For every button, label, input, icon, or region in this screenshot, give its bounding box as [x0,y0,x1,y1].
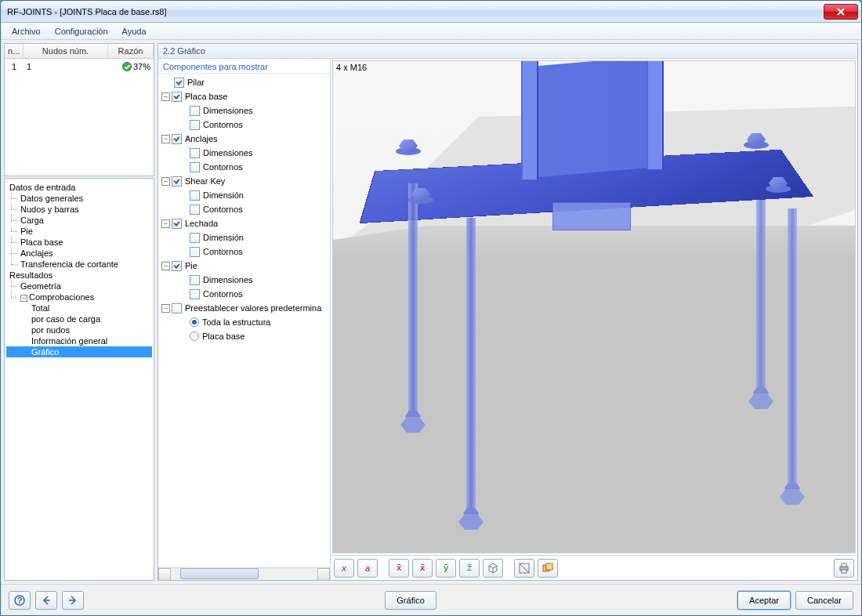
checkbox-lechada[interactable] [172,219,182,229]
nav-item[interactable]: por caso de carga [6,313,152,324]
cell-nodes: 1 [24,60,108,73]
checkbox[interactable] [190,205,200,215]
left-column: n... Nudos núm. Razón 1 1 37% Datos de e… [4,43,154,581]
collapse-icon[interactable]: − [161,177,170,186]
nav-item[interactable]: Total [6,303,152,313]
view-a-button[interactable]: a [357,559,378,578]
collapse-icon[interactable]: − [161,219,170,228]
svg-rect-5 [842,570,846,573]
menu-file[interactable]: Archivo [5,25,47,38]
prev-button[interactable] [35,591,57,610]
collapse-icon[interactable]: − [161,135,170,143]
nav-item[interactable]: Datos generales [6,193,152,204]
titlebar[interactable]: RF-JOINTS - [JOINTS Placa de base.rs8] [1,1,861,23]
checkbox-preset[interactable] [172,303,182,313]
menubar: Archivo Configuración Ayuda [1,23,861,40]
horizontal-scrollbar[interactable] [158,567,330,580]
close-button[interactable] [824,4,858,20]
nav-item[interactable]: Información general [6,335,152,346]
view-z-button[interactable]: z̄ [459,559,480,578]
check-ok-icon [122,62,132,71]
print-button[interactable] [834,559,854,578]
checkbox[interactable] [190,120,200,130]
cell-ratio: 37% [108,60,154,73]
scrollbar-thumb[interactable] [180,568,259,579]
col-n[interactable]: n... [5,44,24,58]
panel-title: 2.2 Gráfico [158,44,857,59]
checkbox-anclajes[interactable] [172,134,182,144]
checkbox-pie[interactable] [172,261,182,271]
transparency-icon [519,563,530,574]
graphics-area: 4 x M16 [331,59,857,580]
aceptar-button[interactable]: Aceptar [737,591,791,610]
col-nodes[interactable]: Nudos núm. [24,44,108,58]
menu-help[interactable]: Ayuda [116,25,153,38]
footer: ? Gráfico Aceptar Cancelar [1,584,861,615]
cancelar-button[interactable]: Cancelar [795,591,853,610]
copy-view-button[interactable] [538,559,558,578]
nav-comprobaciones[interactable]: −Comprobaciones [6,292,152,303]
checkbox[interactable] [190,190,200,201]
view-y-button[interactable]: ȳ [436,559,456,578]
view-xneg-button[interactable]: x̄ [389,559,409,578]
radio-plate[interactable] [190,332,199,341]
radio-whole[interactable] [190,317,199,327]
scene-3d [333,61,855,553]
collapse-icon[interactable]: − [161,92,170,101]
content-area: n... Nudos núm. Razón 1 1 37% Datos de e… [1,40,861,584]
navigation-tree[interactable]: Datos de entrada Datos generales Nudos y… [4,178,154,581]
svg-rect-4 [842,563,846,567]
components-panel: Componentes para mostrar Pilar −Placa ba… [158,59,331,580]
view-x-button[interactable]: x [334,559,354,578]
nav-item[interactable]: Transferencia de cortante [6,259,152,270]
col-reason[interactable]: Razón [108,44,154,58]
nav-item[interactable]: Geometría [6,281,152,292]
checkbox-pilar[interactable] [174,78,184,88]
menu-config[interactable]: Configuración [49,25,114,38]
checkbox[interactable] [190,275,200,285]
collapse-icon[interactable]: − [161,262,170,270]
view-iso-button[interactable] [483,559,503,578]
transparency-button[interactable] [514,559,534,578]
checkbox-shearkey[interactable] [172,176,182,187]
nav-results-header[interactable]: Resultados [6,270,152,281]
nav-item[interactable]: Nudos y barras [6,204,152,215]
checkbox[interactable] [190,162,200,172]
nav-grafico[interactable]: Gráfico [6,346,152,357]
nav-item[interactable]: Pie [6,226,152,237]
main-window: RF-JOINTS - [JOINTS Placa de base.rs8] A… [0,0,862,616]
panel-body: Componentes para mostrar Pilar −Placa ba… [158,59,857,580]
svg-text:?: ? [17,596,23,605]
nav-item[interactable]: Carga [6,215,152,226]
checkbox[interactable] [190,106,200,116]
table-row[interactable]: 1 1 37% [5,59,154,74]
collapse-icon[interactable]: − [161,304,170,313]
help-button[interactable]: ? [9,591,31,610]
help-icon: ? [14,595,25,606]
checkbox[interactable] [190,247,200,257]
collapse-icon[interactable]: − [20,295,27,302]
checkbox-placa[interactable] [172,92,182,102]
graphics-toolbar: x a x̄ x̄ ȳ z̄ [331,555,857,580]
results-grid[interactable]: n... Nudos núm. Razón 1 1 37% [4,43,154,176]
checkbox[interactable] [190,233,200,243]
main-panel: 2.2 Gráfico Componentes para mostrar Pil… [158,43,858,581]
close-icon [837,8,845,16]
window-title: RF-JOINTS - [JOINTS Placa de base.rs8] [7,7,824,16]
components-tree[interactable]: Pilar −Placa base Dimensiones Contornos … [158,74,330,567]
components-title: Componentes para mostrar [158,59,330,74]
viewport-3d[interactable]: 4 x M16 [332,60,856,553]
nav-item[interactable]: Anclajes [6,248,152,259]
next-icon [67,595,78,606]
cell-n: 1 [5,60,24,73]
printer-icon [838,563,849,574]
nav-input-header[interactable]: Datos de entrada [6,182,152,193]
nav-item[interactable]: Placa base [6,237,152,248]
checkbox[interactable] [190,148,200,158]
view-xpos-button[interactable]: x̄ [412,559,433,578]
checkbox[interactable] [190,289,200,299]
nav-item[interactable]: por nudos [6,324,152,335]
grafico-button[interactable]: Gráfico [385,591,436,610]
svg-rect-2 [546,563,552,570]
next-button[interactable] [62,591,84,610]
